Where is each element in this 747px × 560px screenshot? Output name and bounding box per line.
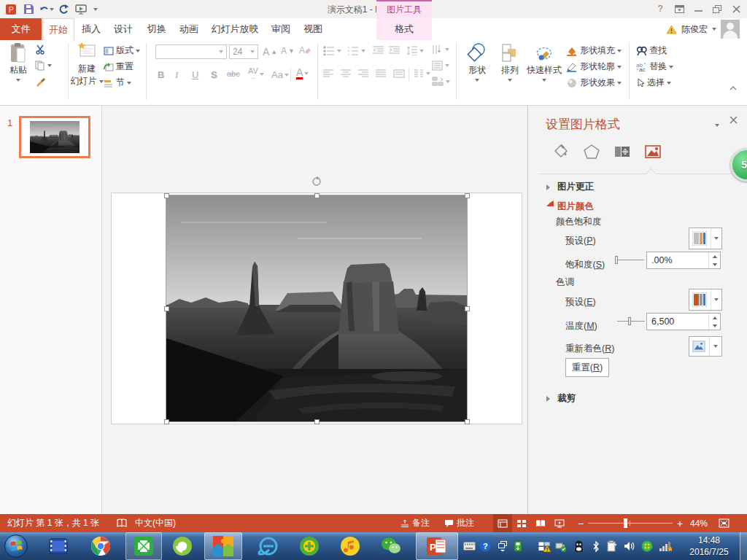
shapes-button[interactable]: 形状 — [461, 42, 493, 82]
handle-top-right[interactable] — [465, 193, 470, 198]
bullets-button[interactable] — [323, 46, 341, 55]
reset-picture-button[interactable]: 重置(R) — [565, 358, 609, 377]
tray-volume-icon[interactable] — [623, 540, 636, 553]
find-button[interactable]: 查找 — [636, 44, 667, 57]
handle-top-center[interactable] — [314, 193, 320, 198]
saturation-spinbox[interactable]: .00% — [646, 252, 721, 269]
tray-show-hidden-icons[interactable] — [496, 540, 509, 553]
tab-format[interactable]: 格式 — [376, 18, 432, 40]
crop-disclosure[interactable] — [546, 396, 550, 402]
handle-middle-right[interactable] — [465, 306, 470, 311]
tab-slideshow[interactable]: 幻灯片放映 — [206, 18, 264, 40]
crop-header[interactable]: 裁剪 — [557, 392, 576, 405]
bold-button[interactable]: B — [158, 69, 164, 80]
replace-button[interactable]: abac 替换 — [636, 61, 673, 73]
section-button[interactable]: 节 — [104, 77, 131, 89]
collapse-ribbon-button[interactable] — [729, 85, 737, 90]
tray-action-center-icon[interactable] — [538, 540, 551, 553]
fit-slide-button[interactable] — [719, 514, 729, 532]
saturation-up[interactable] — [709, 252, 720, 260]
character-spacing-button[interactable]: AV↔ — [248, 68, 264, 81]
justify-button[interactable] — [376, 69, 386, 78]
font-size-combobox[interactable]: 24 — [229, 44, 258, 59]
taskbar-360-browser-icon[interactable] — [171, 534, 194, 558]
decrease-indent-button[interactable] — [373, 46, 384, 55]
tray-360-icon[interactable] — [640, 540, 654, 553]
taskbar-chrome-icon[interactable] — [89, 534, 112, 558]
spellcheck-icon[interactable] — [117, 514, 127, 532]
copy-button[interactable] — [35, 61, 52, 71]
zoom-in-button[interactable]: + — [677, 514, 683, 532]
text-shadow-button[interactable]: S — [211, 69, 217, 80]
taskbar-ie-icon[interactable] — [257, 534, 280, 558]
taskbar-powerpoint-button[interactable]: P — [416, 532, 458, 560]
language-indicator[interactable]: 中文(中国) — [135, 514, 176, 532]
picture-color-header[interactable]: 图片颜色 — [557, 201, 594, 213]
numbering-button[interactable] — [347, 46, 365, 55]
change-case-button[interactable]: Aa — [271, 69, 289, 80]
tab-file[interactable]: 文件 — [0, 18, 42, 40]
select-button[interactable]: 选择 — [636, 77, 671, 89]
slide-sorter-view-button[interactable] — [512, 514, 531, 532]
arrange-button[interactable]: 排列 — [495, 42, 525, 82]
align-right-button[interactable] — [358, 69, 368, 78]
font-color-button[interactable]: A — [296, 68, 309, 79]
size-properties-tab-icon[interactable] — [613, 142, 632, 161]
handle-middle-left[interactable] — [164, 306, 169, 311]
tab-view[interactable]: 视图 — [298, 18, 328, 40]
tray-ime-keyboard-icon[interactable] — [462, 540, 476, 553]
font-name-combobox[interactable] — [155, 44, 227, 59]
tray-usb-safely-remove-icon[interactable] — [554, 540, 568, 553]
align-text-button[interactable] — [432, 61, 449, 71]
taskbar-xunlei-kankan-button[interactable] — [125, 532, 162, 560]
slide-thumbnail-panel[interactable]: 1 — [0, 106, 102, 514]
text-direction-button[interactable] — [432, 44, 449, 55]
minimize-button[interactable] — [689, 2, 708, 15]
normal-view-button[interactable] — [493, 514, 512, 532]
saturation-slider[interactable] — [615, 256, 644, 264]
reset-slide-button[interactable]: 重置 — [104, 61, 133, 73]
tab-insert[interactable]: 插入 — [76, 18, 107, 40]
temperature-up[interactable] — [709, 314, 720, 322]
tray-usb-icon[interactable] — [511, 540, 525, 553]
handle-bottom-center[interactable] — [314, 419, 320, 424]
shape-fill-button[interactable]: 形状填充 — [566, 44, 622, 57]
shape-effects-button[interactable]: 形状效果 — [566, 77, 622, 89]
slide-thumbnail[interactable] — [19, 116, 90, 158]
restore-button[interactable] — [708, 2, 727, 15]
slideshow-view-button[interactable] — [550, 514, 569, 532]
slide-editor[interactable] — [103, 106, 527, 514]
tab-home[interactable]: 开始 — [42, 18, 74, 40]
zoom-slider-track[interactable] — [588, 523, 673, 524]
tab-animations[interactable]: 动画 — [174, 18, 204, 40]
layout-button[interactable]: 版式 — [104, 44, 140, 57]
taskbar-video-app-icon[interactable] — [47, 534, 70, 558]
pane-close-icon[interactable] — [729, 116, 738, 126]
zoom-out-button[interactable]: − — [578, 514, 584, 532]
tab-transitions[interactable]: 切换 — [142, 18, 172, 40]
tray-bluetooth-icon[interactable] — [589, 540, 603, 553]
new-slide-button[interactable]: 新建 幻灯片 — [70, 42, 104, 88]
zoom-slider-thumb[interactable] — [624, 518, 627, 528]
ribbon-display-options-button[interactable] — [670, 2, 689, 15]
close-button[interactable] — [727, 2, 746, 15]
columns-button[interactable] — [414, 69, 430, 78]
paste-button[interactable]: 粘贴 — [4, 42, 32, 82]
align-left-button[interactable] — [323, 69, 333, 78]
tone-preset-dropdown[interactable] — [689, 289, 722, 311]
show-desktop-button[interactable] — [740, 532, 747, 560]
tab-review[interactable]: 审阅 — [266, 18, 296, 40]
convert-smartart-button[interactable] — [432, 77, 450, 86]
pane-options-caret[interactable] — [715, 119, 719, 129]
picture-color-disclosure[interactable] — [546, 201, 554, 206]
format-painter-button[interactable] — [35, 77, 46, 87]
taskbar-puzzle-app-button[interactable] — [204, 532, 242, 560]
increase-indent-button[interactable] — [389, 46, 400, 55]
handle-top-left[interactable] — [164, 193, 169, 198]
reading-view-button[interactable] — [531, 514, 550, 532]
comments-button[interactable]: 批注 — [444, 514, 474, 532]
account-area[interactable]: 陈俊宏 — [666, 20, 740, 39]
underline-button[interactable]: U — [192, 69, 198, 80]
tray-clipboard-tool-icon[interactable] — [605, 540, 619, 553]
slide-counter[interactable]: 幻灯片 第 1 张，共 1 张 — [7, 514, 99, 532]
